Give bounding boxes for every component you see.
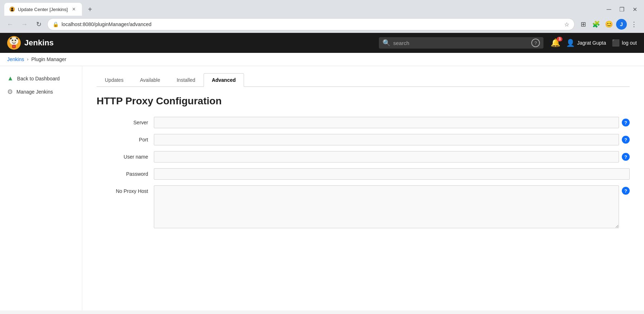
port-input[interactable] xyxy=(154,134,619,145)
svg-point-1 xyxy=(11,8,13,10)
tab-updates[interactable]: Updates xyxy=(97,73,132,87)
bookmark-icon[interactable]: ☆ xyxy=(564,21,569,28)
back-dashboard-icon: ▲ xyxy=(7,75,14,82)
menu-icon[interactable]: ⋮ xyxy=(628,19,640,30)
browser-titlebar: Update Center [Jenkins] × + ─ ❒ ✕ xyxy=(0,0,644,16)
profile-button[interactable]: J xyxy=(616,19,627,30)
jenkins-app: Jenkins 🔍 ? 🔔 3 👤 Jagrat Gupta xyxy=(0,33,644,310)
search-help-button[interactable]: ? xyxy=(531,39,540,47)
logout-icon: ⬛ xyxy=(612,39,620,47)
username-help-button[interactable]: ? xyxy=(622,153,630,161)
sidebar-item-manage-jenkins[interactable]: ⚙ Manage Jenkins xyxy=(0,85,82,99)
server-input-wrap: ? xyxy=(154,117,630,128)
server-label: Server xyxy=(97,117,154,125)
sidebar-manage-label: Manage Jenkins xyxy=(16,89,53,95)
search-icon: 🔍 xyxy=(382,39,390,47)
no-proxy-host-label: No Proxy Host xyxy=(97,185,154,194)
tab-title: Update Center [Jenkins] xyxy=(18,7,68,12)
lock-icon: 🔒 xyxy=(53,21,59,27)
sidebar-back-label: Back to Dashboard xyxy=(17,76,60,81)
extensions-icon[interactable]: ⊞ xyxy=(577,19,589,30)
favicon-icon xyxy=(9,6,15,12)
search-bar-container[interactable]: 🔍 ? xyxy=(379,37,543,49)
sidebar-item-back-to-dashboard[interactable]: ▲ Back to Dashboard xyxy=(0,72,82,85)
port-label: Port xyxy=(97,134,154,143)
browser-toolbar: ← → ↻ 🔒 ☆ ⊞ 🧩 😊 J ⋮ xyxy=(0,16,644,33)
jenkins-header: Jenkins 🔍 ? 🔔 3 👤 Jagrat Gupta xyxy=(0,33,644,53)
form-row-username: User name ? xyxy=(97,151,630,163)
maximize-button[interactable]: ❒ xyxy=(617,4,627,14)
manage-jenkins-icon: ⚙ xyxy=(7,88,13,96)
logout-label: log out xyxy=(622,40,637,46)
no-proxy-host-help-button[interactable]: ? xyxy=(622,187,630,195)
face-icon[interactable]: 😊 xyxy=(603,19,615,30)
password-input[interactable] xyxy=(154,168,630,180)
breadcrumb-jenkins-link[interactable]: Jenkins xyxy=(7,56,24,62)
address-bar[interactable]: 🔒 ☆ xyxy=(47,18,575,30)
notification-badge: 3 xyxy=(557,37,562,41)
svg-point-4 xyxy=(11,38,17,44)
form-row-no-proxy-host: No Proxy Host ? xyxy=(97,185,630,228)
user-icon: 👤 xyxy=(566,39,575,47)
address-bar-icons: ☆ xyxy=(564,21,569,28)
server-help-button[interactable]: ? xyxy=(622,119,630,126)
browser-right-icons: ⊞ 🧩 😊 J ⋮ xyxy=(577,19,640,30)
user-name: Jagrat Gupta xyxy=(577,40,606,46)
puzzle-icon[interactable]: 🧩 xyxy=(590,19,602,30)
breadcrumb-current: Plugin Manager xyxy=(31,56,66,62)
forward-button[interactable]: → xyxy=(19,19,30,30)
minimize-button[interactable]: ─ xyxy=(604,4,614,14)
svg-point-5 xyxy=(12,40,13,41)
form-row-server: Server ? xyxy=(97,117,630,128)
sidebar: ▲ Back to Dashboard ⚙ Manage Jenkins xyxy=(0,66,82,310)
svg-rect-8 xyxy=(13,45,15,48)
header-right: 🔔 3 👤 Jagrat Gupta ⬛ log out xyxy=(551,38,637,48)
close-window-button[interactable]: ✕ xyxy=(630,4,640,14)
browser-chrome: Update Center [Jenkins] × + ─ ❒ ✕ ← → ↻ … xyxy=(0,0,644,310)
tab-advanced[interactable]: Advanced xyxy=(204,73,244,87)
tab-close-button[interactable]: × xyxy=(70,6,77,13)
svg-point-6 xyxy=(15,40,16,41)
breadcrumb: Jenkins › Plugin Manager xyxy=(0,53,644,66)
username-input-wrap: ? xyxy=(154,151,630,163)
notification-bell[interactable]: 🔔 3 xyxy=(551,38,560,48)
form-row-port: Port ? xyxy=(97,134,630,145)
back-button[interactable]: ← xyxy=(4,19,16,30)
svg-rect-2 xyxy=(11,10,14,11)
server-input[interactable] xyxy=(154,117,619,128)
reload-button[interactable]: ↻ xyxy=(33,19,44,30)
jenkins-logo-icon xyxy=(7,36,21,50)
breadcrumb-separator: › xyxy=(27,57,28,62)
password-input-wrap xyxy=(154,168,630,180)
url-input[interactable] xyxy=(62,21,561,27)
username-label: User name xyxy=(97,151,154,160)
password-label: Password xyxy=(97,168,154,177)
jenkins-logo-text: Jenkins xyxy=(24,38,54,48)
search-input[interactable] xyxy=(393,40,528,46)
form-title: HTTP Proxy Configuration xyxy=(97,95,630,107)
user-info[interactable]: 👤 Jagrat Gupta xyxy=(566,39,606,47)
port-input-wrap: ? xyxy=(154,134,630,145)
tab-installed[interactable]: Installed xyxy=(169,73,204,87)
content-area: Updates Available Installed Advanced HTT… xyxy=(82,66,644,310)
main-layout: ▲ Back to Dashboard ⚙ Manage Jenkins Upd… xyxy=(0,66,644,310)
no-proxy-host-input[interactable] xyxy=(154,185,619,228)
browser-tab[interactable]: Update Center [Jenkins] × xyxy=(4,3,82,16)
port-help-button[interactable]: ? xyxy=(622,136,630,144)
logout-button[interactable]: ⬛ log out xyxy=(612,39,637,47)
jenkins-logo[interactable]: Jenkins xyxy=(7,36,54,50)
form-row-password: Password xyxy=(97,168,630,180)
new-tab-button[interactable]: + xyxy=(85,4,95,14)
tabs-bar: Updates Available Installed Advanced xyxy=(97,73,630,87)
tab-available[interactable]: Available xyxy=(132,73,169,87)
username-input[interactable] xyxy=(154,151,619,163)
no-proxy-host-input-wrap: ? xyxy=(154,185,630,228)
